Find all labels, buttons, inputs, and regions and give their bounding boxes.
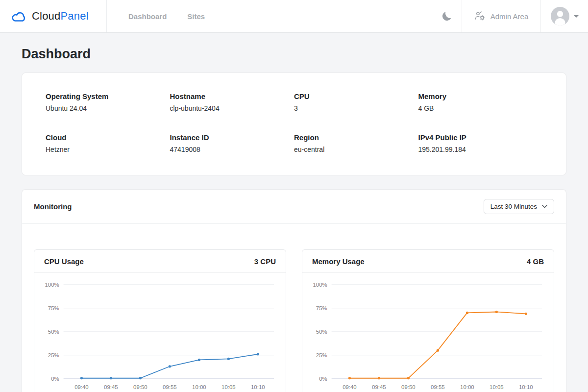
dark-mode-toggle[interactable] xyxy=(430,0,462,32)
time-range-value: Last 30 Minutes xyxy=(490,203,537,210)
svg-text:09:40: 09:40 xyxy=(74,384,89,390)
chevron-down-icon xyxy=(542,205,547,208)
svg-text:09:50: 09:50 xyxy=(133,384,147,390)
cpu-usage-chart: 0%25%50%75%100%09:4009:4509:5009:5510:00… xyxy=(34,273,286,392)
svg-text:10:10: 10:10 xyxy=(519,384,533,390)
memory-chart-title: Memory Usage xyxy=(312,257,365,266)
svg-text:100%: 100% xyxy=(313,282,327,288)
nav-item-dashboard[interactable]: Dashboard xyxy=(128,12,167,21)
svg-text:75%: 75% xyxy=(316,305,327,311)
charts-row: CPU Usage 3 CPU 0%25%50%75%100%09:4009:4… xyxy=(22,224,566,392)
cpu-chart-capacity: 3 CPU xyxy=(254,257,276,266)
user-menu[interactable] xyxy=(541,0,588,32)
time-range-dropdown[interactable]: Last 30 Minutes xyxy=(484,199,554,214)
svg-text:0%: 0% xyxy=(51,376,59,382)
cpu-chart-title: CPU Usage xyxy=(44,257,84,266)
svg-text:09:45: 09:45 xyxy=(104,384,118,390)
info-field-cloud: Cloud Hetzner xyxy=(46,133,170,153)
svg-text:10:05: 10:05 xyxy=(490,384,504,390)
brand-logo[interactable]: CloudPanel xyxy=(0,0,107,32)
svg-text:09:55: 09:55 xyxy=(163,384,177,390)
monitoring-header: Monitoring Last 30 Minutes xyxy=(22,190,566,224)
svg-text:10:00: 10:00 xyxy=(192,384,206,390)
user-avatar-icon xyxy=(551,7,569,25)
svg-text:25%: 25% xyxy=(48,352,59,358)
monitoring-card: Monitoring Last 30 Minutes CPU Usage 3 C… xyxy=(22,189,566,392)
top-nav: Dashboard Sites xyxy=(128,0,205,32)
svg-text:09:50: 09:50 xyxy=(401,384,416,390)
cpu-usage-chart-card: CPU Usage 3 CPU 0%25%50%75%100%09:4009:4… xyxy=(34,249,286,392)
cloud-logo-icon xyxy=(11,10,27,23)
brand-name: CloudPanel xyxy=(32,10,89,23)
memory-usage-chart-card: Memory Usage 4 GB 0%25%50%75%100%09:4009… xyxy=(302,249,554,392)
top-header: CloudPanel Dashboard Sites Admin Area xyxy=(0,0,588,33)
svg-text:50%: 50% xyxy=(316,329,327,335)
svg-text:10:05: 10:05 xyxy=(221,384,236,390)
nav-item-sites[interactable]: Sites xyxy=(187,12,205,21)
system-info-card: Operating System Ubuntu 24.04 Hostname c… xyxy=(22,73,566,175)
svg-text:50%: 50% xyxy=(48,329,59,335)
memory-usage-chart: 0%25%50%75%100%09:4009:4509:5009:5510:00… xyxy=(302,273,554,392)
svg-text:10:00: 10:00 xyxy=(460,384,474,390)
svg-text:09:55: 09:55 xyxy=(431,384,445,390)
info-field-memory: Memory 4 GB xyxy=(418,92,543,112)
info-field-hostname: Hostname clp-ubuntu-2404 xyxy=(170,92,294,112)
info-field-ipv4: IPv4 Public IP 195.201.99.184 xyxy=(418,133,543,153)
moon-icon xyxy=(441,11,451,22)
svg-text:25%: 25% xyxy=(316,352,327,358)
admin-area-button[interactable]: Admin Area xyxy=(462,0,541,32)
info-field-cpu: CPU 3 xyxy=(294,92,418,112)
info-field-operating-system: Operating System Ubuntu 24.04 xyxy=(46,92,170,112)
monitoring-title: Monitoring xyxy=(34,202,72,211)
svg-text:10:10: 10:10 xyxy=(251,384,265,390)
info-field-instance-id: Instance ID 47419008 xyxy=(170,133,294,153)
svg-text:0%: 0% xyxy=(319,376,327,382)
admin-area-label: Admin Area xyxy=(490,12,529,21)
svg-text:09:40: 09:40 xyxy=(343,384,357,390)
svg-text:100%: 100% xyxy=(45,282,59,288)
chevron-down-icon xyxy=(574,15,579,18)
page-title: Dashboard xyxy=(22,47,566,62)
memory-chart-capacity: 4 GB xyxy=(527,257,544,266)
info-field-region: Region eu-central xyxy=(294,133,418,153)
svg-text:09:45: 09:45 xyxy=(372,384,386,390)
svg-text:75%: 75% xyxy=(48,305,59,311)
admin-users-gear-icon xyxy=(474,11,486,22)
